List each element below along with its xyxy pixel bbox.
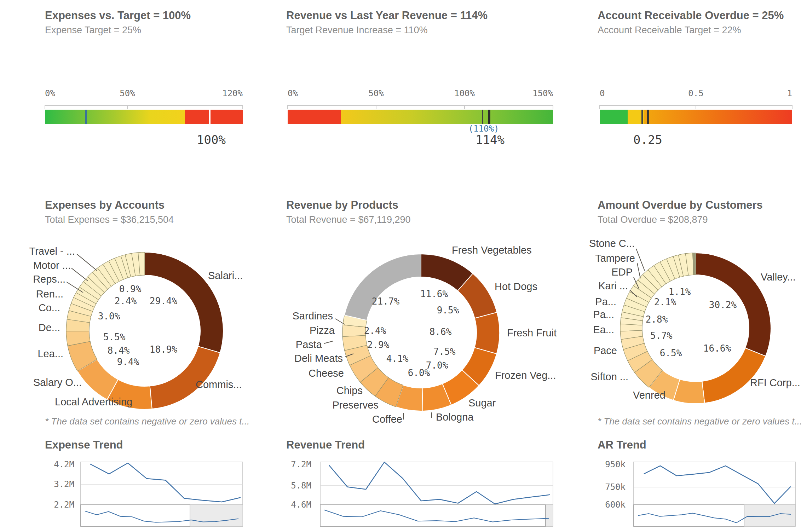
donut-category-label[interactable]: Co... bbox=[39, 302, 60, 313]
donut-percent-label: 0.9% bbox=[119, 284, 142, 294]
donut-revenue-subtitle: Total Revenue = $67,119,290 bbox=[286, 214, 411, 225]
donut-category-label[interactable]: De... bbox=[39, 322, 60, 333]
axis-tick-label: 50% bbox=[120, 88, 135, 98]
donut-category-label[interactable]: Pasta bbox=[296, 339, 322, 350]
donut-category-label[interactable]: Fresh Vegetables bbox=[452, 244, 532, 256]
donut-category-label[interactable]: Pa... bbox=[593, 309, 614, 320]
donut-category-label[interactable]: Tampere bbox=[595, 253, 635, 264]
donut-percent-label: 2.4% bbox=[364, 325, 386, 336]
donut-percent-label: 6.5% bbox=[660, 348, 682, 358]
donut-slice-rfi-corp[interactable] bbox=[702, 348, 766, 403]
donut-percent-label: 1.1% bbox=[669, 287, 691, 297]
donut-category-label[interactable]: Stone C... bbox=[589, 238, 635, 249]
donut-slice-fresh-fruit[interactable] bbox=[474, 312, 500, 354]
donut-slice-segment[interactable] bbox=[345, 254, 421, 320]
gauge-segment bbox=[600, 110, 628, 124]
gauge-segment bbox=[644, 110, 792, 124]
gauge-bar bbox=[600, 110, 792, 124]
navigator-unselected bbox=[546, 505, 553, 526]
donut-percent-label: 18.9% bbox=[150, 344, 178, 355]
kpi-revenue-title: Revenue vs Last Year Revenue = 114% bbox=[286, 9, 488, 22]
axis-tick-label: 1 bbox=[787, 88, 792, 98]
donut-category-label[interactable]: Lea... bbox=[38, 348, 63, 359]
donut-percent-label: 5.7% bbox=[650, 330, 673, 341]
donut-category-label[interactable]: Chips bbox=[336, 385, 363, 396]
donut-category-label[interactable]: Sugar bbox=[468, 397, 496, 409]
donut-category-label[interactable]: EDP bbox=[611, 266, 633, 278]
donut-percent-label: 9.4% bbox=[117, 357, 139, 367]
donut-percent-label: 3.0% bbox=[98, 311, 120, 322]
donut-category-label[interactable]: Preserves bbox=[332, 399, 379, 411]
trend-ar-title: AR Trend bbox=[598, 439, 646, 451]
donut-revenue-title: Revenue by Products bbox=[286, 199, 398, 212]
donut-category-label[interactable]: Motor ... bbox=[33, 260, 71, 271]
donut-percent-label: 4.1% bbox=[386, 353, 409, 364]
donut-category-label[interactable]: RFI Corp... bbox=[750, 377, 800, 388]
axis-tick-label: 100% bbox=[454, 88, 475, 98]
donut-category-label[interactable]: Fresh Fruit bbox=[507, 327, 557, 339]
gauge-target-marker bbox=[641, 110, 643, 124]
gauge-axis-tick bbox=[696, 105, 696, 109]
y-axis-label: 4.6M bbox=[258, 500, 311, 510]
donut-category-label[interactable]: Pa... bbox=[595, 296, 616, 307]
axis-tick-label: 50% bbox=[368, 88, 384, 98]
donut-category-label[interactable]: Salari... bbox=[208, 270, 243, 281]
donut-category-label[interactable]: Deli Meats bbox=[294, 353, 343, 364]
gauge-target-marker bbox=[482, 110, 483, 124]
donut-category-label[interactable]: Salary O... bbox=[33, 377, 82, 388]
kpi-revenue-target-label: (110%) bbox=[468, 124, 499, 134]
axis-tick-label: 0% bbox=[288, 88, 298, 98]
gauge-segment bbox=[45, 110, 185, 124]
donut-category-label[interactable]: Hot Dogs bbox=[495, 281, 537, 292]
donut-percent-label: 6.0% bbox=[408, 368, 430, 378]
donut-category-label[interactable]: Ren... bbox=[36, 288, 63, 300]
donut-percent-label: 21.7% bbox=[372, 296, 400, 307]
donut-category-label[interactable]: Bologna bbox=[436, 411, 474, 423]
donut-percent-label: 16.6% bbox=[703, 343, 731, 354]
navigator-unselected bbox=[744, 505, 795, 526]
y-axis-label: 3.2M bbox=[21, 479, 74, 489]
donut-percent-label: 11.6% bbox=[420, 289, 448, 299]
gauge-axis-tick bbox=[599, 105, 600, 109]
gauge-value-marker bbox=[488, 110, 490, 124]
y-axis-label: 2.2M bbox=[21, 500, 74, 510]
donut-category-label[interactable]: Ea... bbox=[593, 324, 614, 335]
donut-category-label[interactable]: Pizza bbox=[310, 325, 335, 336]
gauge-value-marker bbox=[647, 110, 649, 124]
axis-tick-label: 0.5 bbox=[688, 88, 703, 98]
gauge-segment bbox=[288, 110, 341, 124]
donut-percent-label: 2.4% bbox=[115, 296, 137, 306]
gauge-axis-tick bbox=[792, 105, 793, 109]
donut-category-label[interactable]: Valley... bbox=[761, 271, 796, 283]
donut-category-label[interactable]: Travel - ... bbox=[29, 245, 75, 257]
donut-category-label[interactable]: Frozen Veg... bbox=[495, 370, 556, 381]
donut-category-label[interactable]: Sardines bbox=[293, 310, 333, 322]
leader-line bbox=[77, 254, 97, 271]
donut-category-label[interactable]: Venred bbox=[633, 389, 665, 401]
donut-percent-label: 8.6% bbox=[430, 326, 452, 337]
y-axis-label: 600k bbox=[572, 500, 626, 510]
donut-category-label[interactable]: Local Advertising bbox=[55, 396, 132, 407]
axis-tick-label: 0% bbox=[45, 88, 55, 98]
navigator-unselected bbox=[190, 505, 243, 526]
navigator[interactable] bbox=[320, 505, 553, 526]
donut-category-label[interactable]: Sifton ... bbox=[591, 371, 628, 382]
donut-percent-label: 29.4% bbox=[150, 296, 178, 306]
donut-expenses-subtitle: Total Expenses = $36,215,504 bbox=[45, 214, 174, 225]
donut-category-label[interactable]: Kari ... bbox=[598, 280, 628, 291]
chart-canvas: 29.4%18.9%9.4%8.4%5.5%3.0%2.4%0.9%Salari… bbox=[0, 0, 801, 532]
trend-line bbox=[90, 463, 241, 502]
kpi-ar-title: Account Receivable Overdue = 25% bbox=[598, 9, 784, 22]
donut-category-label[interactable]: Reps... bbox=[33, 273, 65, 285]
gauge-axis-tick bbox=[45, 105, 45, 109]
kpi-expenses-title: Expenses vs. Target = 100% bbox=[45, 9, 191, 22]
axis-tick-label: 0 bbox=[600, 88, 605, 98]
donut-category-label[interactable]: Pace bbox=[594, 345, 617, 356]
donut-category-label[interactable]: Cheese bbox=[309, 368, 344, 379]
donut-slice-commis[interactable] bbox=[150, 346, 220, 409]
gauge-axis-line bbox=[288, 105, 553, 106]
donut-category-label[interactable]: Commis... bbox=[196, 379, 242, 390]
axis-tick-label: 150% bbox=[532, 88, 553, 98]
donut-category-label[interactable]: Coffee bbox=[372, 414, 402, 425]
donut-percent-label: 7.5% bbox=[433, 346, 456, 357]
